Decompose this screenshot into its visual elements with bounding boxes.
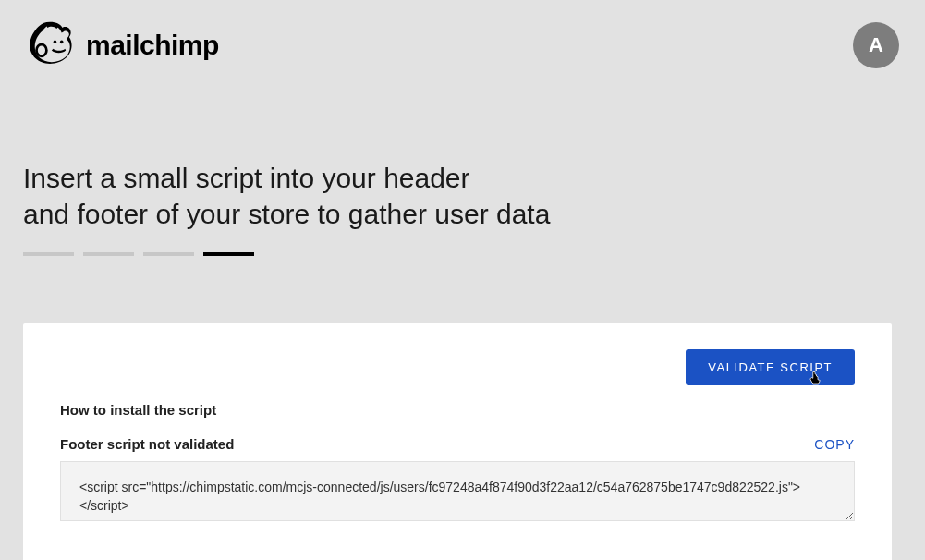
brand-logo[interactable]: mailchimp (23, 18, 219, 72)
svg-point-2 (37, 44, 47, 56)
install-heading: How to install the script (60, 402, 855, 418)
title-line-2: and footer of your store to gather user … (23, 199, 550, 229)
progress-step-2 (83, 252, 134, 256)
svg-point-0 (54, 41, 57, 44)
progress-step-3 (143, 252, 194, 256)
title-line-1: Insert a small script into your header (23, 163, 470, 193)
avatar-initial: A (869, 33, 883, 57)
progress-step-1 (23, 252, 74, 256)
svg-point-1 (60, 41, 64, 44)
progress-step-4 (203, 252, 254, 256)
mailchimp-icon (23, 18, 77, 72)
script-textarea[interactable] (60, 461, 855, 521)
progress-indicator (0, 252, 925, 256)
script-status-label: Footer script not validated (60, 436, 234, 452)
validate-script-button[interactable]: VALIDATE SCRIPT (686, 349, 855, 385)
brand-name: mailchimp (86, 30, 219, 61)
script-card: VALIDATE SCRIPT How to install the scrip… (23, 323, 892, 560)
app-header: mailchimp A (0, 0, 925, 81)
avatar[interactable]: A (853, 22, 899, 68)
page-title: Insert a small script into your header a… (0, 81, 925, 250)
copy-button[interactable]: COPY (814, 437, 855, 452)
